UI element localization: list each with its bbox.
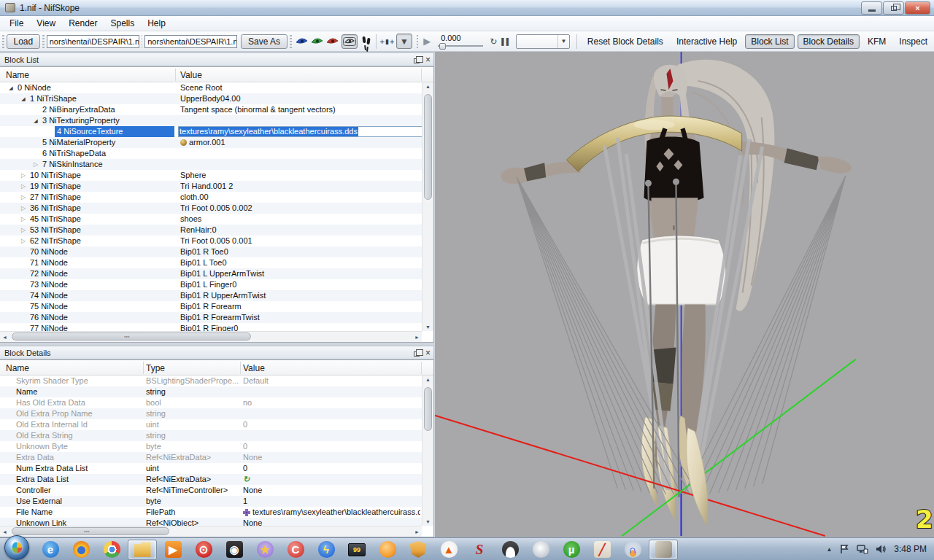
- tree-row[interactable]: 6 NiTriShapeData: [0, 148, 422, 159]
- tree-row[interactable]: 76 NiNodeBip01 R ForearmTwist: [0, 312, 422, 323]
- detail-row[interactable]: Namestring: [0, 386, 422, 397]
- expander-collapsed-icon[interactable]: ▷: [20, 203, 27, 214]
- view-mode-dropdown-button[interactable]: ▼: [396, 34, 412, 49]
- load-path-field[interactable]: nors\hentai\DESPAIR\1.nif: [47, 35, 139, 48]
- scroll-thumb[interactable]: [424, 94, 432, 200]
- detail-row[interactable]: ControllerRef<NiTimeController>None: [0, 485, 422, 496]
- taskbar-button-firefox[interactable]: [66, 540, 96, 560]
- taskbar-button-ccleaner[interactable]: C: [281, 540, 310, 560]
- taskbar-button-shield-app[interactable]: [404, 540, 433, 560]
- detail-row[interactable]: Old Extra Prop Namestring: [0, 408, 422, 419]
- taskbar-button-vlc[interactable]: ▲: [434, 540, 463, 560]
- detail-row[interactable]: File NameFilePathtextures\ramy\sexyleath…: [0, 507, 422, 518]
- taskbar-button-fps-monitor[interactable]: 99: [342, 540, 371, 560]
- taskbar-button-chrome[interactable]: [97, 540, 126, 560]
- block-list-header[interactable]: Name Value: [0, 67, 433, 82]
- scroll-thumb[interactable]: [12, 527, 169, 535]
- taskbar-button-headset-app[interactable]: ∩: [618, 540, 647, 560]
- scroll-up-icon[interactable]: ▲: [422, 84, 433, 89]
- taskbar-button-windows-explorer[interactable]: [128, 540, 157, 560]
- move-widget-icon[interactable]: +▮+: [380, 37, 395, 46]
- toolbar-grip[interactable]: [290, 35, 292, 48]
- inspect-button[interactable]: Inspect: [892, 36, 934, 47]
- detail-row[interactable]: Extra DataRef<NiExtraData>None: [0, 452, 422, 463]
- expander-collapsed-icon[interactable]: ▷: [20, 192, 27, 203]
- scroll-left-icon[interactable]: ◄: [2, 529, 7, 534]
- close-panel-icon[interactable]: ×: [425, 348, 431, 358]
- interactive-help-button[interactable]: Interactive Help: [670, 36, 744, 47]
- taskbar-button-paint-tool[interactable]: ╱: [587, 540, 617, 560]
- close-panel-icon[interactable]: ×: [425, 55, 431, 65]
- tree-row[interactable]: ▷53 NiTriShapeRenHair:0: [0, 225, 422, 236]
- scroll-right-icon[interactable]: ►: [414, 335, 420, 340]
- toolbar-grip[interactable]: [2, 35, 4, 48]
- tree-row[interactable]: 72 NiNodeBip01 L UpperArmTwist: [0, 268, 422, 279]
- tree-row[interactable]: 77 NiNodeBip01 R Finger0: [0, 323, 422, 331]
- expander-collapsed-icon[interactable]: ▷: [20, 181, 27, 192]
- menu-item-help[interactable]: Help: [141, 17, 172, 30]
- tree-row[interactable]: ▷27 NiTriShapecloth.00: [0, 192, 422, 203]
- load-button[interactable]: Load: [7, 34, 41, 49]
- loop-animation-icon[interactable]: ↻: [490, 36, 497, 47]
- detail-row[interactable]: Old Extra Internal Iduint0: [0, 419, 422, 430]
- blending-eye-icon[interactable]: [326, 36, 339, 47]
- tree-row[interactable]: ▷62 NiTriShapeTri Foot 0.005 0.001: [0, 236, 422, 246]
- tree-row[interactable]: ◢3 NiTexturingProperty: [0, 115, 422, 126]
- value-edit-field[interactable]: textures\ramy\sexyleather\blackleathercu…: [178, 126, 422, 137]
- restore-button[interactable]: [883, 1, 904, 15]
- taskbar-button-star-app[interactable]: ★: [250, 540, 279, 560]
- title-bar[interactable]: 1.nif - NifSkope ×: [0, 0, 934, 16]
- menu-item-file[interactable]: File: [3, 17, 30, 30]
- tree-row[interactable]: ▷36 NiTriShapeTri Foot 0.005 0.002: [0, 203, 422, 214]
- detail-row[interactable]: Skyrim Shader TypeBSLightingShaderPrope.…: [0, 376, 422, 386]
- scroll-down-icon[interactable]: ▼: [422, 324, 433, 330]
- taskbar-button-nifskope[interactable]: [649, 540, 678, 560]
- expander-collapsed-icon[interactable]: ▷: [32, 159, 39, 170]
- tree-row[interactable]: 71 NiNodeBip01 L Toe0: [0, 257, 422, 268]
- kfm-button[interactable]: KFM: [861, 36, 892, 47]
- column-header-value[interactable]: Value: [243, 360, 265, 376]
- reset-block-details-button[interactable]: Reset Block Details: [581, 36, 670, 47]
- network-icon[interactable]: [857, 544, 868, 554]
- expander-expanded-icon[interactable]: ◢: [20, 93, 27, 104]
- footprints-icon[interactable]: [362, 36, 369, 47]
- block-details-header[interactable]: Name Type Value: [0, 360, 433, 376]
- taskbar-button-red-s-app[interactable]: S: [465, 540, 494, 560]
- tree-row[interactable]: 4 NiSourceTexturetextures\ramy\sexyleath…: [0, 126, 422, 137]
- 3d-viewport[interactable]: 2: [435, 52, 934, 537]
- block-list-panel-titlebar[interactable]: Block List ×: [0, 52, 434, 66]
- tree-row[interactable]: ▷10 NiTriShapeSphere: [0, 170, 422, 181]
- minimize-button[interactable]: [861, 1, 882, 15]
- show-hidden-icons-button[interactable]: ▲: [826, 546, 832, 553]
- action-center-flag-icon[interactable]: [839, 544, 849, 554]
- tree-row[interactable]: ▷19 NiTriShapeTri Hand.001 2: [0, 181, 422, 192]
- tree-row[interactable]: ▷45 NiTriShapeshoes: [0, 214, 422, 225]
- 3d-viewport-canvas[interactable]: 2: [435, 52, 934, 537]
- vertex-colors-eye-icon[interactable]: [296, 36, 308, 47]
- taskbar-button-steam[interactable]: ◉: [220, 540, 249, 560]
- tree-row[interactable]: ◢1 NiTriShapeUpperBody04.00: [0, 93, 422, 104]
- menu-item-view[interactable]: View: [30, 17, 62, 30]
- tree-row[interactable]: ◢0 NiNodeScene Root: [0, 82, 422, 93]
- detail-row[interactable]: Num Extra Data Listuint0: [0, 463, 422, 474]
- save-as-button[interactable]: Save As: [241, 34, 287, 49]
- taskbar-button-utorrent[interactable]: µ: [557, 540, 586, 560]
- taskbar-button-penguin-app[interactable]: [495, 540, 525, 560]
- detail-row[interactable]: Use Externalbyte1: [0, 496, 422, 507]
- volume-icon[interactable]: [876, 544, 887, 554]
- taskbar-button-lightning-app[interactable]: ϟ: [312, 540, 341, 560]
- detail-row[interactable]: Unknown LinkRef<NiObject>None: [0, 518, 422, 526]
- tree-row[interactable]: 73 NiNodeBip01 L Finger0: [0, 279, 422, 290]
- expander-collapsed-icon[interactable]: ▷: [20, 225, 27, 236]
- textures-eye-icon[interactable]: [311, 36, 323, 47]
- taskbar-button-media-player[interactable]: ▶: [158, 540, 188, 560]
- column-header-type[interactable]: Type: [146, 360, 165, 376]
- menu-item-render[interactable]: Render: [62, 17, 104, 30]
- block-details-vscrollbar[interactable]: ▲ ▼: [422, 376, 433, 526]
- block-details-button[interactable]: Block Details: [798, 34, 860, 49]
- draw-axes-toggle[interactable]: [341, 34, 358, 49]
- scroll-down-icon[interactable]: ▼: [422, 519, 433, 524]
- scroll-up-icon[interactable]: ▲: [422, 377, 433, 382]
- expander-collapsed-icon[interactable]: ▷: [20, 170, 27, 181]
- taskbar-button-ghost-app[interactable]: [526, 540, 555, 560]
